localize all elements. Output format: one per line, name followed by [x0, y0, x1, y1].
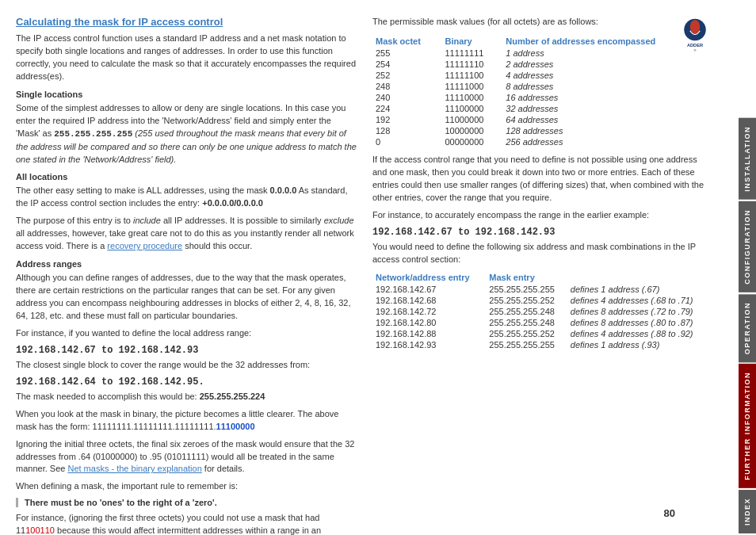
mask-octet-cell: 252 [372, 70, 442, 81]
network-desc-cell: defines 8 addresses (.80 to .87) [567, 317, 713, 328]
address-ranges-para7: When defining a mask, the important rule… [16, 480, 357, 493]
network-table-header-desc [567, 271, 713, 284]
network-desc-cell: defines 1 address (.67) [567, 284, 713, 295]
network-entry-cell: 192.168.142.68 [372, 295, 486, 306]
mask-value-255: 255.255.255.255 [54, 129, 132, 139]
address-ranges-para3: The closest single block to cover the ra… [16, 359, 357, 372]
network-table-header-entry: Network/address entry [372, 271, 486, 284]
netmasks-link[interactable]: Net masks - the binary explanation [67, 464, 201, 473]
mask-table-header-binary: Binary [442, 35, 503, 48]
network-desc-cell: defines 1 address (.93) [567, 339, 713, 350]
network-table-row: 192.168.142.93 255.255.255.255 defines 1… [372, 339, 713, 350]
mask-binary-cell: 00000000 [442, 136, 503, 147]
network-table: Network/address entry Mask entry 192.168… [372, 271, 713, 350]
mask-table-header-octet: Mask octet [372, 35, 442, 48]
address-ranges-para8: For instance, (ignoring the first three … [16, 512, 357, 535]
tab-installation[interactable]: INSTALLATION [739, 118, 756, 200]
mask-addresses-cell: 128 addresses [502, 125, 713, 136]
right-para1: If the access control range that you nee… [372, 154, 713, 204]
mask-binary-cell: 11111111 [442, 48, 503, 59]
logo-area: ADDER ® [675, 16, 715, 57]
range-example-right: 192.168.142.67 to 192.168.142.93 [372, 227, 713, 238]
tab-operation[interactable]: OPERATION [739, 294, 756, 362]
mask-octet-cell: 0 [372, 136, 442, 147]
svg-text:®: ® [693, 48, 697, 52]
address-ranges-para6: Ignoring the initial three octets, the f… [16, 438, 357, 476]
right-column: The permissible mask values (for all oct… [372, 16, 713, 519]
mask-octet-cell: 224 [372, 103, 442, 114]
mask-table-row: 248 11111000 8 addresses [372, 81, 713, 92]
network-table-row: 192.168.142.68 255.255.255.252 defines 4… [372, 295, 713, 306]
mask-addresses-cell: 2 addresses [502, 59, 713, 70]
network-table-row: 192.168.142.80 255.255.255.248 defines 8… [372, 317, 713, 328]
mask-entry-cell: 255.255.255.248 [486, 306, 567, 317]
mask-addresses-cell: 4 addresses [502, 70, 713, 81]
mask-addresses-cell: 32 addresses [502, 103, 713, 114]
mask-addresses-cell: 256 addresses [502, 136, 713, 147]
mask-table-row: 254 11111110 2 addresses [372, 59, 713, 70]
network-desc-cell: defines 4 addresses (.88 to .92) [567, 328, 713, 339]
mask-binary-cell: 11110000 [442, 92, 503, 103]
mask-addresses-cell: 16 addresses [502, 92, 713, 103]
page-number: 80 [664, 507, 675, 519]
intro-text: The IP access control function uses a st… [16, 32, 357, 83]
tab-further-information[interactable]: FURTHER INFORMATION [739, 364, 756, 488]
range-example-1: 192.168.142.67 to 192.168.142.93 [16, 345, 357, 356]
side-tabs: INSTALLATION CONFIGURATION OPERATION FUR… [739, 0, 756, 535]
network-desc-cell: defines 8 addresses (.72 to .79) [567, 306, 713, 317]
right-intro: The permissible mask values (for all oct… [372, 16, 713, 29]
tab-index[interactable]: INDEX [739, 490, 756, 533]
mask-entry-cell: 255.255.255.255 [486, 339, 567, 350]
address-ranges-title: Address ranges [16, 259, 357, 269]
network-entry-cell: 192.168.142.72 [372, 306, 486, 317]
mask-octet-cell: 255 [372, 48, 442, 59]
mask-entry-cell: 255.255.255.252 [486, 295, 567, 306]
page-title: Calculating the mask for IP access contr… [16, 16, 357, 28]
mask-binary-cell: 10000000 [442, 125, 503, 136]
mask-table-row: 224 11100000 32 addresses [372, 103, 713, 114]
address-ranges-para4: The mask needed to accomplish this would… [16, 391, 357, 403]
range-example-2: 192.168.142.64 to 192.168.142.95. [16, 376, 357, 388]
address-ranges-para1: Although you can define ranges of addres… [16, 272, 357, 323]
single-locations-title: Single locations [16, 90, 357, 99]
mask-table-row: 240 11110000 16 addresses [372, 92, 713, 103]
mask-table-row: 255 11111111 1 address [372, 48, 713, 59]
mask-octet-cell: 128 [372, 125, 442, 136]
mask-table-row: 252 11111100 4 addresses [372, 70, 713, 81]
right-para3: You would need to define the following s… [372, 241, 713, 266]
binary-highlight: 11100000 [216, 422, 255, 431]
network-entry-cell: 192.168.142.80 [372, 317, 486, 328]
mask-addresses-cell: 64 addresses [502, 114, 713, 125]
tab-configuration[interactable]: CONFIGURATION [739, 201, 756, 292]
network-desc-cell: defines 4 addresses (.68 to .71) [567, 295, 713, 306]
mask-octet-cell: 192 [372, 114, 442, 125]
mask-binary-cell: 11111100 [442, 70, 503, 81]
svg-text:ADDER: ADDER [687, 43, 703, 48]
all-locations-text2: The purpose of this entry is to include … [16, 215, 357, 253]
single-locations-text: Some of the simplest addresses to allow … [16, 102, 357, 166]
mask-binary-cell: 11100000 [442, 103, 503, 114]
mask-addresses-cell: 8 addresses [502, 81, 713, 92]
svg-point-1 [690, 20, 701, 34]
network-table-row: 192.168.142.88 255.255.255.252 defines 4… [372, 328, 713, 339]
mask-octet-cell: 240 [372, 92, 442, 103]
mask-octet-cell: 254 [372, 59, 442, 70]
mask-table: Mask octet Binary Number of addresses en… [372, 35, 713, 147]
mask-binary-cell: 11111000 [442, 81, 503, 92]
network-entry-cell: 192.168.142.88 [372, 328, 486, 339]
mask-table-row: 0 00000000 256 addresses [372, 136, 713, 147]
network-table-row: 192.168.142.67 255.255.255.255 defines 1… [372, 284, 713, 295]
adder-logo: ADDER ® [675, 16, 715, 55]
mask-entry-cell: 255.255.255.255 [486, 284, 567, 295]
mask-octet-cell: 248 [372, 81, 442, 92]
recovery-procedure-link[interactable]: recovery procedure [107, 241, 182, 250]
network-entry-cell: 192.168.142.93 [372, 339, 486, 350]
mask-binary-cell: 11111110 [442, 59, 503, 70]
invalid-binary: 100110 [25, 525, 55, 535]
important-rule: There must be no 'ones' to the right of … [16, 498, 357, 507]
network-table-header-mask: Mask entry [486, 271, 567, 284]
mask-entry-cell: 255.255.255.252 [486, 328, 567, 339]
address-ranges-para5: When you look at the mask in binary, the… [16, 408, 357, 434]
left-column: Calculating the mask for IP access contr… [16, 16, 357, 519]
network-table-row: 192.168.142.72 255.255.255.248 defines 8… [372, 306, 713, 317]
